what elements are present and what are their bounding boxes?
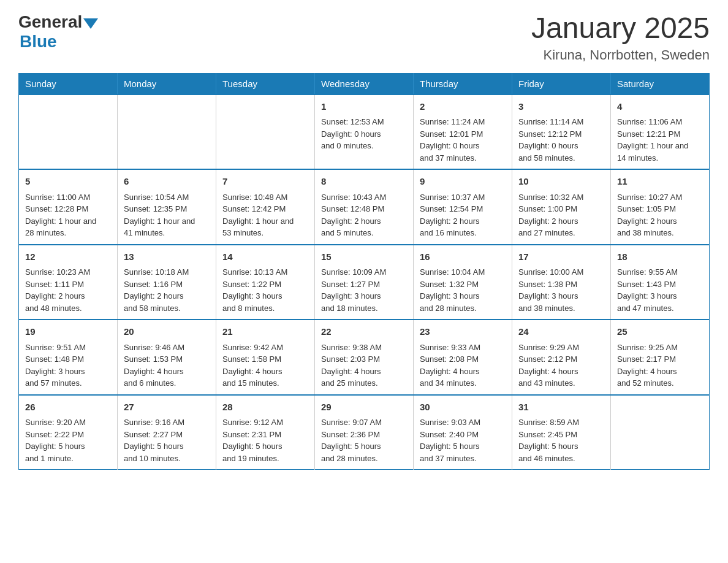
week-row-3: 12Sunrise: 10:23 AMSunset: 1:11 PMDaylig…	[19, 245, 710, 320]
day-info: Sunrise: 8:59 AMSunset: 2:45 PMDaylight:…	[518, 416, 604, 464]
day-info: Sunrise: 9:38 AMSunset: 2:03 PMDaylight:…	[321, 342, 407, 389]
calendar-cell: 27Sunrise: 9:16 AMSunset: 2:27 PMDayligh…	[118, 395, 216, 470]
calendar-cell: 14Sunrise: 10:13 AMSunset: 1:22 PMDaylig…	[216, 245, 315, 320]
calendar-subtitle: Kiruna, Norrbotten, Sweden	[531, 47, 710, 63]
calendar-cell: 12Sunrise: 10:23 AMSunset: 1:11 PMDaylig…	[19, 245, 118, 320]
day-info: Sunrise: 9:29 AMSunset: 2:12 PMDaylight:…	[518, 342, 604, 389]
day-number: 15	[321, 250, 407, 264]
calendar-cell: 30Sunrise: 9:03 AMSunset: 2:40 PMDayligh…	[414, 395, 512, 470]
calendar-cell: 8Sunrise: 10:43 AMSunset: 12:48 PMDaylig…	[315, 169, 414, 245]
calendar-cell: 20Sunrise: 9:46 AMSunset: 1:53 PMDayligh…	[118, 320, 216, 395]
day-number: 19	[25, 325, 111, 339]
calendar-cell: 19Sunrise: 9:51 AMSunset: 1:48 PMDayligh…	[19, 320, 118, 395]
day-info: Sunrise: 10:09 AMSunset: 1:27 PMDaylight…	[321, 266, 407, 314]
day-info: Sunrise: 9:16 AMSunset: 2:27 PMDaylight:…	[124, 416, 210, 464]
day-info: Sunrise: 9:33 AMSunset: 2:08 PMDaylight:…	[420, 342, 506, 389]
day-info: Sunrise: 9:55 AMSunset: 1:43 PMDaylight:…	[617, 266, 703, 314]
day-number: 27	[124, 400, 210, 415]
day-info: Sunrise: 10:27 AMSunset: 1:05 PMDaylight…	[617, 191, 703, 239]
week-row-4: 19Sunrise: 9:51 AMSunset: 1:48 PMDayligh…	[19, 320, 710, 395]
day-number: 24	[518, 325, 604, 339]
calendar-cell: 31Sunrise: 8:59 AMSunset: 2:45 PMDayligh…	[512, 395, 611, 470]
calendar-cell	[611, 395, 710, 470]
day-info: Sunrise: 10:23 AMSunset: 1:11 PMDaylight…	[25, 266, 111, 314]
day-header-saturday: Saturday	[611, 73, 710, 94]
calendar-cell	[118, 94, 216, 170]
day-number: 4	[617, 100, 703, 114]
day-number: 8	[321, 175, 407, 189]
week-row-1: 1Sunset: 12:53 AMDaylight: 0 hoursand 0 …	[19, 94, 710, 170]
calendar-header-row: SundayMondayTuesdayWednesdayThursdayFrid…	[19, 73, 710, 94]
day-number: 12	[25, 250, 111, 264]
day-number: 16	[420, 250, 506, 264]
title-section: January 2025 Kiruna, Norrbotten, Sweden	[531, 12, 710, 63]
day-number: 2	[420, 100, 506, 114]
day-number: 25	[617, 325, 703, 339]
calendar-cell: 13Sunrise: 10:18 AMSunset: 1:16 PMDaylig…	[118, 245, 216, 320]
day-number: 28	[222, 400, 308, 415]
day-info: Sunrise: 9:51 AMSunset: 1:48 PMDaylight:…	[25, 342, 111, 389]
calendar-cell	[19, 94, 118, 170]
logo: General Blue	[18, 12, 98, 52]
day-number: 14	[222, 250, 308, 264]
day-info: Sunrise: 10:18 AMSunset: 1:16 PMDaylight…	[124, 266, 210, 314]
day-info: Sunrise: 11:14 AMSunset: 12:12 PMDayligh…	[518, 116, 604, 164]
day-info: Sunrise: 9:07 AMSunset: 2:36 PMDaylight:…	[321, 416, 407, 464]
day-info: Sunrise: 11:06 AMSunset: 12:21 PMDayligh…	[617, 116, 703, 164]
day-info: Sunrise: 9:20 AMSunset: 2:22 PMDaylight:…	[25, 416, 111, 464]
calendar-cell: 4Sunrise: 11:06 AMSunset: 12:21 PMDaylig…	[611, 94, 710, 170]
day-info: Sunrise: 10:54 AMSunset: 12:35 PMDayligh…	[124, 191, 210, 239]
day-number: 29	[321, 400, 407, 415]
calendar-cell: 5Sunrise: 11:00 AMSunset: 12:28 PMDaylig…	[19, 169, 118, 245]
day-header-wednesday: Wednesday	[315, 73, 414, 94]
day-info: Sunrise: 9:12 AMSunset: 2:31 PMDaylight:…	[222, 416, 308, 464]
day-number: 18	[617, 250, 703, 264]
day-number: 21	[222, 325, 308, 339]
calendar-cell: 9Sunrise: 10:37 AMSunset: 12:54 PMDaylig…	[414, 169, 512, 245]
day-info: Sunrise: 10:13 AMSunset: 1:22 PMDaylight…	[222, 266, 308, 314]
calendar-cell: 10Sunrise: 10:32 AMSunset: 1:00 PMDaylig…	[512, 169, 611, 245]
day-info: Sunrise: 10:43 AMSunset: 12:48 PMDayligh…	[321, 191, 407, 239]
day-header-monday: Monday	[118, 73, 216, 94]
day-info: Sunrise: 9:46 AMSunset: 1:53 PMDaylight:…	[124, 342, 210, 389]
calendar-cell: 3Sunrise: 11:14 AMSunset: 12:12 PMDaylig…	[512, 94, 611, 170]
day-header-thursday: Thursday	[414, 73, 512, 94]
day-number: 3	[518, 100, 604, 114]
day-number: 10	[518, 175, 604, 189]
day-number: 31	[518, 400, 604, 415]
day-number: 7	[222, 175, 308, 189]
calendar-cell: 11Sunrise: 10:27 AMSunset: 1:05 PMDaylig…	[611, 169, 710, 245]
calendar-cell: 6Sunrise: 10:54 AMSunset: 12:35 PMDaylig…	[118, 169, 216, 245]
calendar-cell	[216, 94, 315, 170]
calendar-cell: 22Sunrise: 9:38 AMSunset: 2:03 PMDayligh…	[315, 320, 414, 395]
day-number: 5	[25, 175, 111, 189]
day-number: 6	[124, 175, 210, 189]
day-number: 1	[321, 100, 407, 114]
calendar-cell: 25Sunrise: 9:25 AMSunset: 2:17 PMDayligh…	[611, 320, 710, 395]
day-number: 20	[124, 325, 210, 339]
day-info: Sunrise: 9:25 AMSunset: 2:17 PMDaylight:…	[617, 342, 703, 389]
calendar-cell: 7Sunrise: 10:48 AMSunset: 12:42 PMDaylig…	[216, 169, 315, 245]
day-number: 13	[124, 250, 210, 264]
day-header-tuesday: Tuesday	[216, 73, 315, 94]
day-number: 17	[518, 250, 604, 264]
logo-general-text: General	[18, 12, 82, 32]
day-number: 23	[420, 325, 506, 339]
calendar-cell: 1Sunset: 12:53 AMDaylight: 0 hoursand 0 …	[315, 94, 414, 170]
day-info: Sunrise: 11:00 AMSunset: 12:28 PMDayligh…	[25, 191, 111, 239]
calendar-cell: 15Sunrise: 10:09 AMSunset: 1:27 PMDaylig…	[315, 245, 414, 320]
day-info: Sunrise: 10:00 AMSunset: 1:38 PMDaylight…	[518, 266, 604, 314]
calendar-cell: 2Sunrise: 11:24 AMSunset: 12:01 PMDaylig…	[414, 94, 512, 170]
page-header: General Blue January 2025 Kiruna, Norrbo…	[18, 12, 710, 63]
calendar-cell: 18Sunrise: 9:55 AMSunset: 1:43 PMDayligh…	[611, 245, 710, 320]
day-number: 11	[617, 175, 703, 189]
day-info: Sunrise: 9:42 AMSunset: 1:58 PMDaylight:…	[222, 342, 308, 389]
day-info: Sunset: 12:53 AMDaylight: 0 hoursand 0 m…	[321, 116, 407, 152]
week-row-5: 26Sunrise: 9:20 AMSunset: 2:22 PMDayligh…	[19, 395, 710, 470]
day-header-friday: Friday	[512, 73, 611, 94]
day-number: 30	[420, 400, 506, 415]
week-row-2: 5Sunrise: 11:00 AMSunset: 12:28 PMDaylig…	[19, 169, 710, 245]
calendar-cell: 23Sunrise: 9:33 AMSunset: 2:08 PMDayligh…	[414, 320, 512, 395]
logo-blue-text: Blue	[20, 32, 57, 52]
logo-arrow-icon	[83, 18, 98, 29]
